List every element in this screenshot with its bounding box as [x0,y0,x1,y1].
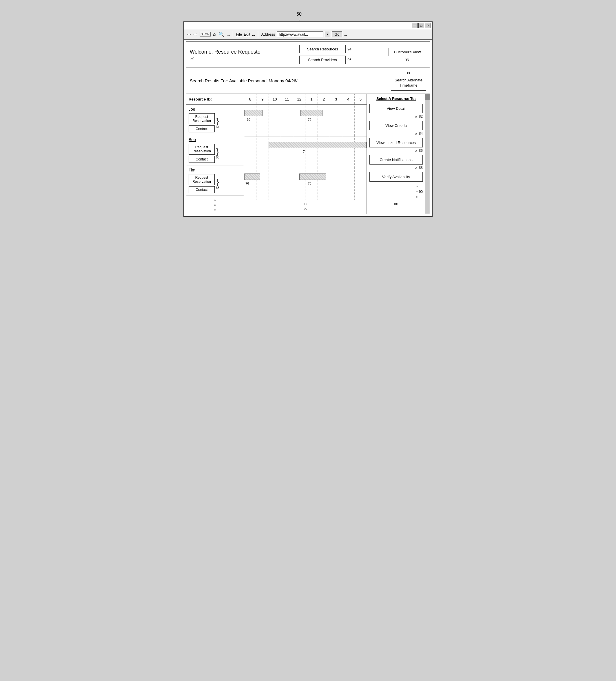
joe-bar-2 [300,110,322,116]
hour-10: 10 [269,94,281,104]
joe-request-button[interactable]: RequestReservation [189,113,215,124]
label-92: 92 [406,70,410,74]
label-60: 60 [296,11,302,17]
address-label: Address [261,32,275,36]
resource-name-tim: Tim [189,168,241,172]
header-section: Welcome: Resource Requestor 62 Search Re… [186,42,430,68]
search-results-text: Search Results For: Available Personnel … [190,78,302,83]
title-bar: — □ ✕ [184,22,432,29]
hour-5: 5 [355,94,367,104]
window: — □ ✕ ⇦ ⇨ STOP ⌂ 🔍 ... File Edit ... Add… [183,21,433,217]
browser-toolbar: ⇦ ⇨ STOP ⌂ 🔍 ... File Edit ... Address ▼… [184,29,432,40]
tim-bar-2 [299,174,326,180]
hour-3: 3 [330,94,342,104]
tim-buttons: RequestReservation Contact [189,174,215,193]
go-button[interactable]: Go [332,31,342,37]
label-80: 80 [369,202,423,206]
tim-contact-button[interactable]: Contact [189,186,215,193]
label-86: ↙ 86 [369,149,423,153]
forward-button[interactable]: ⇨ [193,31,198,37]
bob-bar-1 [269,142,367,148]
right-panel: Select A Resource To: View Detail ↙ 82 V… [367,94,425,214]
label-68: 68 [216,186,219,190]
label-66: 66 [216,155,219,159]
address-input[interactable] [277,31,323,37]
label-62: 62 [190,56,262,60]
bob-buttons: RequestReservation Contact [189,144,215,163]
home-button[interactable]: ⌂ [213,31,217,37]
hour-8: 8 [244,94,256,104]
view-detail-button[interactable]: View Detail [369,104,423,113]
bob-timeline-row: 74 [244,136,367,168]
label-76: 76 [245,182,249,185]
label-84: ↙ 84 [369,131,423,135]
search-alternate-button[interactable]: Search AlternateTimeframe [391,75,426,91]
verify-availability-button[interactable]: Verify Availability [369,172,423,182]
view-criteria-button[interactable]: View Criteria [369,121,423,130]
search-results-bar: Search Results For: Available Personnel … [186,68,430,94]
label-74: 74 [303,150,306,153]
toolbar-ellipsis-3: ... [344,32,347,36]
select-header: Select A Resource To: [369,97,423,101]
timeline-header: 8 9 10 11 12 1 2 3 4 5 [244,94,367,105]
customize-view-button[interactable]: Customize View [389,48,426,56]
label-90: 90 [419,190,423,194]
hour-4: 4 [342,94,354,104]
create-notifications-button[interactable]: Create Notifications [369,155,423,165]
label-82: ↙ 82 [369,115,423,119]
arrow-60: ↓ [298,17,300,21]
bob-request-button[interactable]: RequestReservation [189,144,215,155]
label-98: 98 [405,57,409,61]
resource-item-tim: Tim RequestReservation Contact } 68 [186,166,244,196]
hour-9: 9 [256,94,269,104]
hour-12: 12 [293,94,305,104]
resource-name-joe: Joe [189,107,241,111]
hour-2: 2 [318,94,330,104]
view-linked-resources-button[interactable]: View Linked Resources [369,138,423,147]
more-resources-dots: ○ ○ ○ [186,196,244,214]
resource-list: Resource ID: Joe RequestReservation Cont… [186,94,244,214]
search-toolbar-icon[interactable]: 🔍 [218,31,225,37]
bob-contact-button[interactable]: Contact [189,156,215,163]
header-buttons: Search Resources 94 Search Providers 96 [299,45,351,64]
joe-buttons: RequestReservation Contact [189,113,215,132]
scrollbar[interactable] [425,94,430,214]
file-menu[interactable]: File [236,32,242,36]
back-button[interactable]: ⇦ [186,31,191,37]
joe-timeline-row: 70 72 [244,105,367,136]
search-providers-button[interactable]: Search Providers [299,56,346,64]
search-resources-button[interactable]: Search Resources [299,45,346,53]
label-88: ↙ 88 [369,166,423,170]
edit-menu[interactable]: Edit [244,32,250,36]
tim-bar-1 [244,174,260,180]
hour-1: 1 [305,94,318,104]
hour-11: 11 [281,94,293,104]
dots-indicator: ○ ○ ○ [416,184,418,200]
main-area: Resource ID: Joe RequestReservation Cont… [186,94,430,214]
stop-button[interactable]: STOP [200,32,211,36]
close-button[interactable]: ✕ [425,23,431,28]
label-96: 96 [347,58,351,62]
label-72: 72 [308,118,311,121]
joe-bar-1 [244,110,263,116]
timeline-dots: ○ ○ [244,200,367,213]
toolbar-ellipsis-1: ... [227,32,230,36]
minimize-button[interactable]: — [412,23,418,28]
timeline-area: 8 9 10 11 12 1 2 3 4 5 [244,94,367,214]
separator-2 [258,31,258,37]
label-94: 94 [347,47,351,51]
address-dropdown[interactable]: ▼ [325,31,330,37]
label-70: 70 [247,118,250,121]
resource-id-header: Resource ID: [186,94,244,105]
welcome-text: Welcome: Resource Requestor 62 [190,49,262,60]
label-78: 78 [308,182,311,185]
resource-item-bob: Bob RequestReservation Contact } 66 [186,135,244,166]
joe-contact-button[interactable]: Contact [189,125,215,132]
tim-request-button[interactable]: RequestReservation [189,174,215,185]
label-64: 64 [216,125,219,129]
toolbar-ellipsis-2: ... [252,32,255,36]
maximize-button[interactable]: □ [418,23,424,28]
tim-timeline-row: 76 78 [244,168,367,200]
resource-name-bob: Bob [189,137,241,142]
page-content: Welcome: Resource Requestor 62 Search Re… [186,42,430,215]
